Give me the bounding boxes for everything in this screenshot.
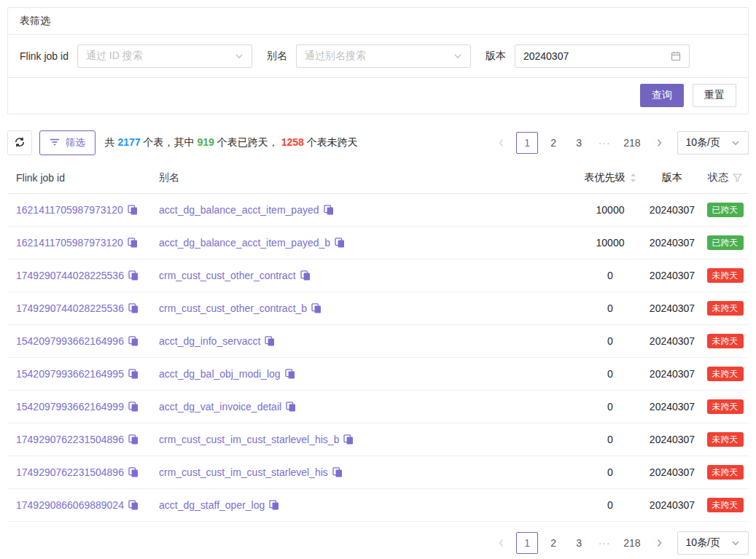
copy-icon[interactable]	[128, 500, 139, 510]
column-header-priority-label: 表优先级	[585, 171, 626, 184]
copy-icon[interactable]	[128, 270, 139, 281]
copy-icon[interactable]	[286, 402, 296, 412]
flink-job-id-link[interactable]: 1542097993662164995	[16, 368, 124, 380]
copy-icon[interactable]	[300, 270, 311, 281]
alias-label: 别名	[267, 50, 287, 63]
table-row: 1749290744028225536 crm_cust_cust_other_…	[7, 292, 749, 325]
table-row: 1542097993662164995 acct_dg_bal_obj_modi…	[7, 358, 749, 391]
flink-job-id-link[interactable]: 1749290866069889024	[16, 499, 124, 511]
priority-value: 0	[577, 499, 643, 511]
flink-job-id-select[interactable]: 通过 ID 搜索	[77, 44, 252, 68]
stats-text: 个表，其中	[141, 136, 198, 148]
alias-link[interactable]: acct_dg_vat_invoice_detail	[159, 401, 281, 413]
copy-icon[interactable]	[269, 500, 279, 510]
chevron-down-icon	[731, 138, 740, 147]
stats-text: 共	[105, 136, 118, 148]
table-row: 1749290762231504896 crm_cust_cust_im_cus…	[7, 456, 749, 489]
copy-icon[interactable]	[128, 238, 138, 248]
page-3[interactable]: 3	[569, 532, 589, 554]
version-value: 20240307	[643, 237, 701, 249]
chevron-right-icon[interactable]	[650, 132, 669, 154]
table-row: 1542097993662164999 acct_dg_vat_invoice_…	[7, 391, 749, 423]
alias-link[interactable]: crm_cust_cust_other_contract	[159, 270, 296, 281]
alias-link[interactable]: acct_dg_bal_obj_modi_log	[159, 368, 281, 380]
copy-icon[interactable]	[343, 434, 354, 445]
reset-button[interactable]: 重置	[693, 84, 736, 107]
page-3[interactable]: 3	[569, 132, 589, 154]
filter-funnel-icon[interactable]	[733, 173, 742, 182]
alias-link[interactable]: crm_cust_cust_im_cust_starlevel_his	[159, 466, 328, 478]
version-date-input[interactable]: 20240307	[515, 44, 690, 68]
flink-job-id-link[interactable]: 1749290744028225536	[16, 270, 124, 281]
table-row: 1621411705987973120 acct_dg_balance_acct…	[7, 194, 749, 227]
flink-job-id-link[interactable]: 1621411705987973120	[16, 237, 123, 249]
copy-icon[interactable]	[265, 336, 275, 346]
page-ellipsis: ···	[594, 532, 615, 554]
alias-select[interactable]: 通过别名搜索	[296, 44, 471, 68]
alias-link[interactable]: acct_dg_info_servacct	[159, 335, 260, 347]
status-badge: 已跨天	[707, 235, 744, 250]
chevron-right-icon[interactable]	[650, 532, 669, 554]
copy-icon[interactable]	[128, 336, 139, 346]
alias-link[interactable]: crm_cust_cust_other_contract_b	[159, 302, 307, 314]
column-header-alias[interactable]: 别名	[159, 171, 577, 184]
page-size-label: 10条/页	[686, 136, 720, 149]
alias-link[interactable]: crm_cust_cust_im_cust_starlevel_his_b	[159, 434, 339, 445]
flink-job-id-placeholder: 通过 ID 搜索	[86, 50, 143, 63]
table-header-row: Flink job id 别名 表优先级 版本 状态	[7, 162, 749, 194]
version-value: 20240307	[643, 302, 701, 314]
flink-job-id-field: Flink job id 通过 ID 搜索	[20, 44, 252, 68]
status-badge: 未跨天	[707, 498, 744, 512]
column-header-status[interactable]: 状态	[701, 171, 749, 184]
flink-job-id-link[interactable]: 1542097993662164996	[16, 335, 124, 347]
column-header-priority[interactable]: 表优先级	[577, 171, 643, 184]
copy-icon[interactable]	[332, 467, 343, 477]
alias-link[interactable]: acct_dg_balance_acct_item_payed_b	[159, 237, 330, 249]
copy-icon[interactable]	[128, 205, 138, 215]
page-size-select[interactable]: 10条/页	[677, 131, 749, 155]
page-size-select[interactable]: 10条/页	[677, 531, 749, 555]
copy-icon[interactable]	[285, 369, 295, 379]
flink-job-id-link[interactable]: 1749290762231504896	[16, 466, 124, 478]
status-badge: 未跨天	[707, 334, 744, 348]
refresh-icon	[14, 136, 26, 150]
query-button[interactable]: 查询	[640, 84, 684, 107]
table-body: 1621411705987973120 acct_dg_balance_acct…	[7, 194, 749, 522]
sort-carets-icon[interactable]	[630, 173, 636, 183]
flink-job-id-link[interactable]: 1749290744028225536	[16, 302, 124, 314]
alias-link[interactable]: acct_dg_balance_acct_item_payed	[159, 204, 319, 216]
copy-icon[interactable]	[128, 369, 139, 379]
flink-job-id-link[interactable]: 1542097993662164999	[16, 401, 124, 413]
version-value: 20240307	[643, 401, 701, 413]
stats-crossed-count: 919	[197, 136, 214, 148]
column-header-flink-job-id[interactable]: Flink job id	[7, 172, 159, 184]
priority-value: 0	[577, 368, 643, 380]
filter-toggle-button[interactable]: 筛选	[39, 130, 96, 155]
copy-icon[interactable]	[311, 303, 322, 313]
status-badge: 未跨天	[707, 268, 744, 283]
page-2[interactable]: 2	[543, 532, 564, 554]
page-218[interactable]: 218	[620, 532, 644, 554]
copy-icon[interactable]	[128, 303, 139, 313]
flink-job-id-link[interactable]: 1749290762231504896	[16, 434, 124, 445]
refresh-button[interactable]	[7, 130, 32, 155]
chevron-left-icon	[492, 532, 511, 554]
data-table: Flink job id 别名 表优先级 版本 状态	[7, 162, 749, 522]
page-218[interactable]: 218	[620, 132, 644, 154]
copy-icon[interactable]	[128, 434, 139, 445]
version-value: 20240307	[643, 204, 701, 216]
priority-value: 10000	[577, 237, 643, 249]
copy-icon[interactable]	[128, 467, 139, 477]
copy-icon[interactable]	[335, 238, 345, 248]
flink-job-id-link[interactable]: 1621411705987973120	[16, 204, 123, 216]
page-1[interactable]: 1	[516, 532, 538, 554]
chevron-down-icon	[731, 539, 740, 547]
version-value: 20240307	[643, 499, 701, 511]
table-row: 1749290866069889024 acct_dg_staff_oper_l…	[7, 489, 749, 522]
table-section: 筛选 共 2177 个表，其中 919 个表已跨天， 1258 个表未跨天 12…	[7, 130, 749, 555]
copy-icon[interactable]	[128, 402, 139, 412]
page-1[interactable]: 1	[516, 132, 538, 154]
page-2[interactable]: 2	[543, 132, 564, 154]
alias-link[interactable]: acct_dg_staff_oper_log	[159, 499, 265, 511]
copy-icon[interactable]	[324, 205, 334, 215]
